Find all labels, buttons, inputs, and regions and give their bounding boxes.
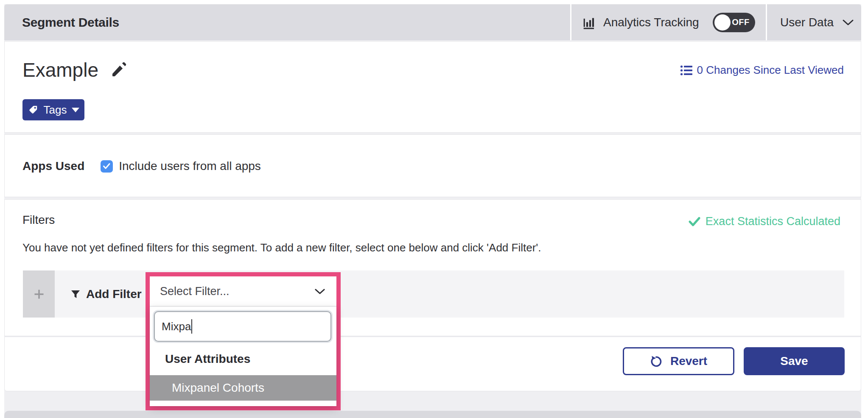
dropdown-group-header: User Attributes bbox=[165, 352, 250, 366]
apps-used-label: Apps Used bbox=[22, 159, 84, 173]
include-all-apps-checkbox[interactable] bbox=[101, 160, 113, 173]
chevron-down-icon bbox=[314, 288, 325, 295]
header-divider bbox=[570, 4, 571, 40]
add-filter-label-text: Add Filter bbox=[86, 287, 142, 301]
toggle-state-label: OFF bbox=[732, 13, 750, 32]
segment-details-page: Segment Details Analytics Tracking OFF bbox=[0, 0, 868, 418]
changelog-list-icon bbox=[680, 65, 693, 76]
filter-search-text: Mixpa bbox=[162, 320, 191, 333]
revert-button[interactable]: Revert bbox=[623, 347, 734, 375]
save-button-label: Save bbox=[780, 354, 808, 368]
filter-select[interactable]: Select Filter... bbox=[150, 276, 336, 307]
caret-down-icon bbox=[72, 108, 79, 112]
annotation-highlight-box: Select Filter... Mixpa User Attributes M… bbox=[146, 272, 341, 410]
revert-button-label: Revert bbox=[670, 354, 707, 368]
content-container: Segment Details Analytics Tracking OFF bbox=[4, 4, 861, 418]
check-icon bbox=[689, 217, 700, 227]
chevron-down-icon bbox=[842, 19, 854, 26]
filters-empty-message: You have not yet defined filters for thi… bbox=[22, 241, 541, 254]
analytics-tracking-toggle[interactable]: OFF bbox=[713, 13, 755, 32]
tags-button-label: Tags bbox=[44, 103, 67, 117]
changes-since-last-viewed-link[interactable]: 0 Changes Since Last Viewed bbox=[680, 64, 844, 77]
segment-name: Example bbox=[22, 59, 98, 81]
segment-title-section: Example 0 Changes Since Last View bbox=[4, 41, 861, 133]
filter-search-input[interactable]: Mixpa bbox=[154, 311, 331, 342]
actions-section: Revert Save bbox=[4, 337, 861, 391]
tags-button[interactable]: Tags bbox=[22, 99, 84, 120]
toggle-knob bbox=[714, 14, 731, 31]
changes-link-text: 0 Changes Since Last Viewed bbox=[697, 64, 844, 77]
revert-undo-icon bbox=[650, 354, 664, 368]
exact-statistics-label: Exact Statistics Calculated bbox=[706, 215, 840, 228]
add-filter-plus-button[interactable] bbox=[23, 270, 55, 318]
funnel-filter-icon bbox=[70, 289, 81, 299]
dropdown-option-mixpanel-cohorts[interactable]: Mixpanel Cohorts bbox=[150, 375, 336, 401]
analytics-tracking-label: Analytics Tracking bbox=[603, 16, 699, 29]
save-button[interactable]: Save bbox=[744, 347, 845, 375]
add-filter-label: Add Filter bbox=[70, 270, 142, 318]
filter-select-value: Select Filter... bbox=[160, 285, 230, 298]
header-divider bbox=[766, 4, 767, 40]
bar-chart-icon bbox=[583, 16, 597, 29]
analytics-tracking-control: Analytics Tracking OFF bbox=[583, 4, 755, 40]
filter-dropdown-panel: Mixpa User Attributes Mixpanel Cohorts bbox=[150, 307, 336, 406]
user-data-label: User Data bbox=[780, 16, 834, 29]
include-all-apps-label: Include users from all apps bbox=[119, 159, 261, 173]
apps-used-section: Apps Used Include users from all apps bbox=[4, 134, 861, 197]
next-section-header-partial bbox=[4, 411, 861, 418]
text-cursor bbox=[191, 319, 192, 334]
edit-pencil-icon[interactable] bbox=[109, 61, 127, 79]
page-title: Segment Details bbox=[22, 4, 119, 40]
top-header-bar: Segment Details Analytics Tracking OFF bbox=[4, 4, 861, 40]
tag-icon bbox=[28, 104, 39, 115]
exact-statistics-status: Exact Statistics Calculated bbox=[689, 215, 840, 228]
user-data-dropdown[interactable]: User Data bbox=[780, 4, 854, 40]
filters-section: Filters Exact Statistics Calculated You … bbox=[4, 199, 861, 336]
filters-heading: Filters bbox=[22, 213, 55, 227]
